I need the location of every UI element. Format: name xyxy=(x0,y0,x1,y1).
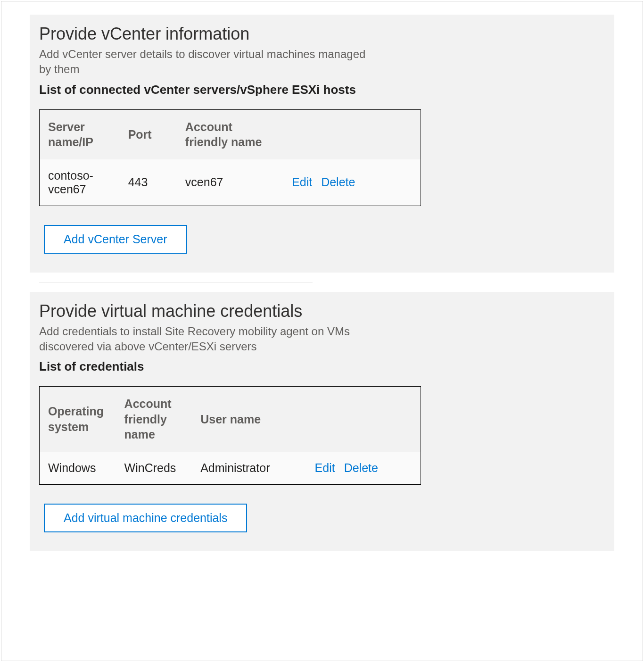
column-operating-system: Operating system xyxy=(40,387,116,452)
column-port: Port xyxy=(120,110,177,159)
config-panel: Provide vCenter information Add vCenter … xyxy=(1,1,643,661)
cell-actions: Edit Delete xyxy=(283,159,421,206)
column-actions xyxy=(283,110,421,159)
vm-creds-description: Add credentials to install Site Recovery… xyxy=(39,324,369,355)
vm-credentials-section: Provide virtual machine credentials Add … xyxy=(30,292,614,551)
column-user-name: User name xyxy=(192,387,306,452)
vcenter-table: Server name/IP Port Account friendly nam… xyxy=(39,109,421,206)
vm-creds-title: Provide virtual machine credentials xyxy=(39,301,407,321)
add-vcenter-button[interactable]: Add vCenter Server xyxy=(44,225,187,254)
cell-port: 443 xyxy=(120,159,177,206)
table-row: contoso-vcen67 443 vcen67 Edit Delete xyxy=(40,159,421,206)
delete-link[interactable]: Delete xyxy=(321,175,355,189)
column-account-friendly-name: Account friendly name xyxy=(177,110,283,159)
edit-link[interactable]: Edit xyxy=(315,461,335,474)
section-divider xyxy=(39,282,313,282)
cell-server-name: contoso-vcen67 xyxy=(40,159,120,206)
column-actions xyxy=(306,387,421,452)
cell-account: WinCreds xyxy=(116,452,192,484)
column-account-friendly-name: Account friendly name xyxy=(116,387,192,452)
delete-link[interactable]: Delete xyxy=(344,461,378,474)
cell-account: vcen67 xyxy=(177,159,283,206)
table-row: Windows WinCreds Administrator Edit Dele… xyxy=(40,452,421,484)
add-vm-credentials-button[interactable]: Add virtual machine credentials xyxy=(44,504,247,532)
cell-actions: Edit Delete xyxy=(306,452,421,484)
credentials-table-header-row: Operating system Account friendly name U… xyxy=(40,387,421,452)
column-server-name: Server name/IP xyxy=(40,110,120,159)
vcenter-title: Provide vCenter information xyxy=(39,24,407,44)
credentials-table: Operating system Account friendly name U… xyxy=(39,386,421,485)
cell-os: Windows xyxy=(40,452,116,484)
cell-username: Administrator xyxy=(192,452,306,484)
vm-creds-subtitle: List of credentials xyxy=(39,359,379,375)
vcenter-subtitle: List of connected vCenter servers/vSpher… xyxy=(39,82,379,98)
vcenter-section: Provide vCenter information Add vCenter … xyxy=(1,1,643,565)
vcenter-description: Add vCenter server details to discover v… xyxy=(39,47,369,77)
vcenter-table-header-row: Server name/IP Port Account friendly nam… xyxy=(40,110,421,159)
edit-link[interactable]: Edit xyxy=(292,175,312,189)
